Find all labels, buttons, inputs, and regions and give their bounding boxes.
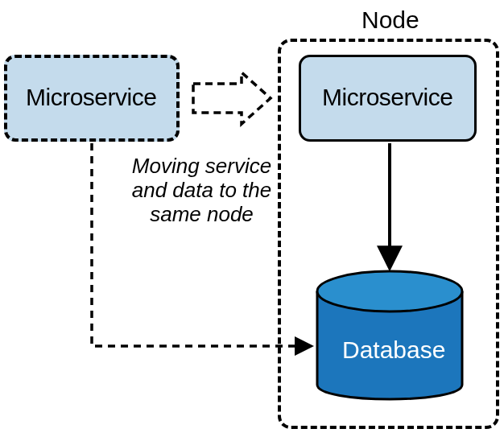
node-title: Node — [361, 6, 419, 34]
migrate-arrow-icon — [193, 72, 271, 124]
migration-caption: Moving service and data to the same node — [123, 155, 280, 227]
microservice-old-label: Microservice — [26, 84, 156, 111]
database-label: Database — [342, 336, 445, 364]
microservice-new-label: Microservice — [322, 84, 452, 111]
